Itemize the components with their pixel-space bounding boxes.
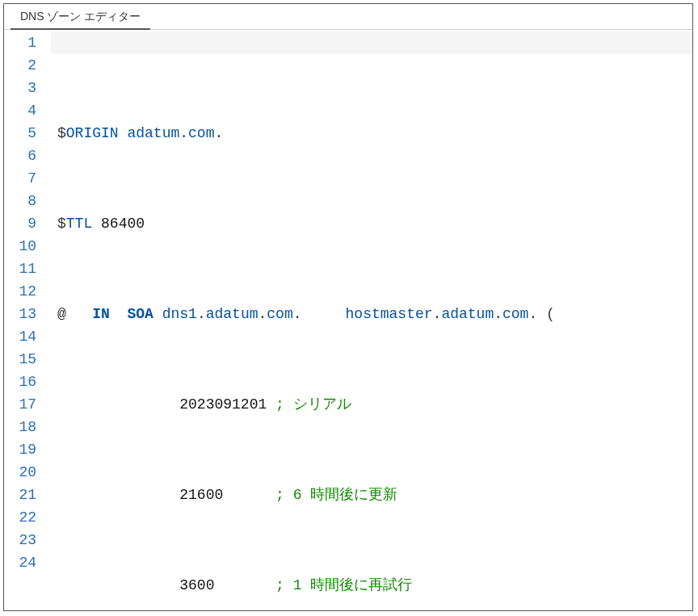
space: [302, 306, 346, 322]
line-number: 2: [11, 54, 36, 77]
line-number: 3: [11, 77, 36, 99]
tab-dns-zone-editor[interactable]: DNS ゾーン エディター: [11, 6, 150, 30]
soa-serial: 2023091201: [179, 396, 267, 413]
code-line[interactable]: 3600 ; 1 時間後に再試行: [57, 574, 686, 597]
line-number: 9: [11, 212, 36, 235]
code-area[interactable]: $ORIGIN adatum.com. $TTL 86400 @ IN SOA …: [51, 30, 692, 610]
space: [284, 396, 293, 413]
dollar-sign: $: [57, 216, 66, 232]
domain: adatum: [206, 306, 259, 322]
space: [214, 577, 275, 593]
code-line[interactable]: @ IN SOA dns1.adatum.com. hostmaster.ada…: [57, 303, 686, 325]
tld: com: [188, 125, 214, 141]
semicolon: ;: [275, 577, 284, 593]
space: [284, 577, 293, 593]
line-number: 17: [11, 393, 36, 416]
soa-retry: 3600: [179, 577, 214, 593]
ttl-directive: TTL: [66, 216, 92, 232]
line-number: 22: [11, 506, 36, 529]
ttl-value: 86400: [101, 216, 145, 232]
space: [153, 306, 162, 322]
origin-directive: ORIGIN: [66, 125, 119, 141]
line-number: 23: [11, 529, 36, 551]
indent: [57, 577, 179, 593]
code-line[interactable]: 21600 ; 6 時間後に更新: [57, 484, 686, 506]
at-origin: @: [57, 306, 66, 322]
line-number: 10: [11, 235, 36, 258]
space: [92, 216, 101, 232]
dot: .: [528, 306, 537, 322]
line-number: 13: [11, 303, 36, 325]
comment-retry: 1 時間後に再試行: [293, 577, 413, 593]
domain: adatum: [127, 125, 179, 141]
space: [223, 487, 275, 503]
line-number: 5: [11, 122, 36, 145]
comment-serial: シリアル: [293, 396, 351, 413]
dot: .: [433, 306, 442, 322]
active-line-highlight: [51, 31, 692, 54]
dollar-sign: $: [57, 125, 66, 141]
line-number: 21: [11, 484, 36, 506]
line-number: 6: [11, 145, 36, 167]
line-number: 8: [11, 190, 36, 212]
dot: .: [293, 306, 302, 322]
line-number: 11: [11, 258, 36, 280]
code-line[interactable]: $TTL 86400: [57, 212, 686, 235]
dot: .: [197, 306, 206, 322]
dot: .: [494, 306, 502, 322]
soa-mail: hostmaster: [346, 306, 433, 322]
line-number: 20: [11, 461, 36, 484]
semicolon: ;: [275, 396, 284, 413]
dot: .: [179, 125, 188, 141]
line-number: 7: [11, 167, 36, 190]
line-number: 12: [11, 280, 36, 303]
domain: adatum: [441, 306, 494, 322]
indent: [57, 396, 179, 413]
dot: .: [214, 125, 223, 141]
class-in: IN: [92, 306, 110, 322]
line-number: 16: [11, 371, 36, 393]
line-number-gutter: 1 2 3 4 5 6 7 8 9 10 11 12 13 14 15 16 1…: [4, 30, 51, 610]
space: [267, 396, 275, 413]
line-number: 4: [11, 99, 36, 122]
tld: com: [267, 306, 292, 322]
code-line[interactable]: $ORIGIN adatum.com.: [57, 122, 686, 145]
space: [66, 306, 92, 322]
tld: com: [502, 306, 528, 322]
space: [119, 125, 128, 141]
semicolon: ;: [275, 487, 284, 503]
line-number: 14: [11, 325, 36, 348]
type-soa: SOA: [127, 306, 153, 322]
paren-open: (: [546, 306, 555, 322]
soa-ns: dns1: [162, 306, 197, 322]
line-number: 15: [11, 348, 36, 371]
dot: .: [259, 306, 267, 322]
code-editor[interactable]: 1 2 3 4 5 6 7 8 9 10 11 12 13 14 15 16 1…: [4, 30, 692, 610]
line-number: 1: [11, 31, 36, 54]
tab-bar: DNS ゾーン エディター: [4, 4, 692, 30]
space: [537, 306, 546, 322]
space: [284, 487, 293, 503]
indent: [57, 487, 179, 503]
line-number: 19: [11, 438, 36, 461]
space: [110, 306, 128, 322]
editor-window: DNS ゾーン エディター 1 2 3 4 5 6 7 8 9 10 11 12…: [3, 3, 693, 611]
line-number: 18: [11, 416, 36, 438]
soa-refresh: 21600: [179, 487, 223, 503]
code-line[interactable]: 2023091201 ; シリアル: [57, 393, 686, 416]
comment-refresh: 6 時間後に更新: [293, 487, 398, 503]
line-number: 24: [11, 551, 36, 574]
